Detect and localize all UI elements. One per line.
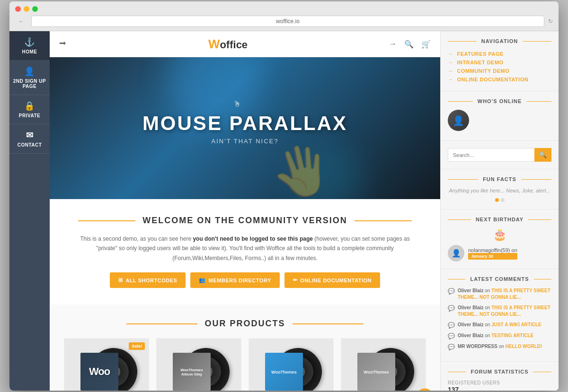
docs-button[interactable]: ✏ ONLINE DOCUMENTATION (284, 272, 380, 288)
birthday-avatar: 👤 (448, 245, 464, 261)
comments-title: LATEST COMMENTS (448, 276, 551, 282)
vinyl-4: WooThemes (357, 346, 409, 391)
stat-label-0: REGISTERED USERS (448, 380, 551, 385)
close-dot[interactable] (15, 6, 21, 12)
comment-bubble-icon-3: 💬 (448, 322, 455, 329)
right-sidebar: NAVIGATION FEATURES PAGE INTRANET DEMO C… (440, 31, 559, 391)
comment-2: 💬 Oliver Blaiz on THIS IS A PRETTY SWEET… (448, 305, 551, 318)
browser-dots (15, 6, 553, 12)
nav-section-title: NAVIGATION (448, 38, 551, 44)
login-icon[interactable]: ⮕ (59, 40, 67, 48)
comment-bubble-icon-1: 💬 (448, 288, 455, 295)
products-section: OUR PRODUCTS Sale! Woo (50, 305, 440, 391)
mail-icon: ✉ (26, 130, 34, 140)
comment-3: 💬 Oliver Blaiz on JUST A WIKI ARTICLE (448, 322, 551, 329)
sidebar-item-2nd-signup[interactable]: 👤 2ND SIGN UP PAGE (9, 61, 50, 95)
forward-icon[interactable]: → (389, 40, 397, 48)
cover-1: Woo (80, 353, 118, 391)
nav-link-docs[interactable]: ONLINE DOCUMENTATION (448, 75, 551, 84)
header-right-icons: → 🔍 🛒 (389, 40, 431, 49)
product-image-3: WooThemes (249, 339, 333, 391)
search-button[interactable]: 🔍 (534, 148, 551, 162)
products-title: OUR PRODUCTS (64, 319, 426, 329)
sidebar-navigation: NAVIGATION FEATURES PAGE INTRANET DEMO C… (441, 31, 559, 91)
left-sidebar: ⚓ HOME 👤 2ND SIGN UP PAGE 🔒 PRIVATE ✉ CO… (9, 31, 50, 391)
cover-2: WooThemes Album Stay (173, 353, 211, 391)
nav-link-community[interactable]: COMMUNITY DEMO (448, 67, 551, 75)
hero-title: MOUSE PARALLAX (142, 112, 347, 135)
product-image-1: Sale! Woo (64, 339, 149, 391)
birthday-name: nolanmagoffin(59) on (468, 247, 517, 253)
dot-2[interactable] (501, 198, 505, 202)
sidebar-item-private[interactable]: 🔒 PRIVATE (9, 95, 50, 124)
browser-chrome: ← woffice.io ↻ (9, 1, 559, 31)
sidebar-item-home-label: HOME (22, 49, 37, 54)
cart-icon[interactable]: 🛒 (421, 40, 431, 49)
search-icon[interactable]: 🔍 (404, 40, 414, 49)
cover-4: WooThemes (357, 353, 395, 391)
comment-4: 💬 Oliver Blaiz on TESTING ARTICLE (448, 332, 551, 340)
browser-toolbar: ← woffice.io ↻ (15, 16, 553, 31)
comment-text-2: Oliver Blaiz on THIS IS A PRETTY SWEET T… (458, 305, 551, 318)
anchor-icon: ⚓ (24, 37, 35, 47)
user-icon: 👤 (24, 66, 35, 77)
site-header: ⮕ Woffice → 🔍 🛒 (50, 31, 440, 57)
welcome-title: WELCOME ON THE COMMUNITY VERSION (78, 216, 412, 226)
hero-content: MOUSE PARALLAX AIN'T THAT NICE? (142, 112, 347, 145)
comment-text-5: MR WORDPRESS on HELLO WORLD! (458, 343, 542, 350)
maximize-dot[interactable] (32, 6, 38, 12)
products-grid: Sale! Woo WOO SINGLE #2 ★★★★★ (64, 338, 426, 391)
sidebar-comments: LATEST COMMENTS 💬 Oliver Blaiz on THIS I… (441, 269, 559, 362)
refresh-button[interactable]: ↻ (548, 18, 553, 25)
product-card-3[interactable]: WooThemes WOO SINGLE #1 ★★★★★ 3.00€ ADD … (248, 338, 334, 391)
dot-1[interactable] (495, 198, 499, 202)
nav-link-intranet[interactable]: INTRANET DEMO (448, 58, 551, 67)
comment-bubble-icon-5: 💬 (448, 344, 455, 350)
sidebar-fun-facts: FUN FACTS Anything you like here... News… (441, 169, 559, 209)
product-image-2: WooThemes Album Stay (157, 339, 241, 391)
shortcodes-button[interactable]: ⊞ ALL SHORTCODES (110, 272, 186, 288)
birthday-icon: 🎂 (448, 228, 551, 241)
browser-content: ⚓ HOME 👤 2ND SIGN UP PAGE 🔒 PRIVATE ✉ CO… (9, 31, 559, 391)
hero-hand-graphic: 🖐 (267, 139, 336, 199)
sidebar-item-2nd-signup-label: 2ND SIGN UP PAGE (12, 78, 47, 89)
forum-stats-title: FORUM STATISTICS (448, 369, 551, 375)
birthday-user: 👤 nolanmagoffin(59) on January 30 (448, 245, 551, 261)
nav-link-features[interactable]: FEATURES PAGE (448, 50, 551, 58)
vinyl-2: WooThemes Album Stay (173, 346, 225, 391)
fun-facts-text: Anything you like here... News, Joke, al… (448, 188, 551, 193)
birthday-date: January 30 (468, 253, 517, 260)
address-bar[interactable]: woffice.io (31, 16, 544, 27)
logo-office: office (220, 39, 248, 51)
action-buttons: ⊞ ALL SHORTCODES 👥 MEMBERS DIRECTORY ✏ O… (78, 272, 412, 288)
sidebar-item-contact[interactable]: ✉ CONTACT (9, 124, 50, 154)
back-button[interactable]: ← (15, 17, 27, 26)
hero-section: 🖐 🖱 MOUSE PARALLAX AIN'T THAT NICE? (50, 57, 440, 199)
browser-window: ← woffice.io ↻ ⚓ HOME 👤 2ND SIGN UP PAGE… (9, 1, 559, 391)
site-logo: Woffice (208, 37, 248, 52)
members-button[interactable]: 👥 MEMBERS DIRECTORY (190, 272, 279, 288)
mouse-icon: 🖱 (233, 100, 241, 108)
vinyl-3: WooThemes (265, 346, 317, 391)
sidebar-forum-stats: FORUM STATISTICS REGISTERED USERS 137 FO… (441, 362, 559, 391)
product-card-1[interactable]: Sale! Woo WOO SINGLE #2 ★★★★★ (64, 338, 149, 391)
stat-value-0: 137 (448, 386, 551, 391)
product-card-4[interactable]: WooThemes WOO ALBUM #3 ★★★★★ 9.00€ AD (341, 338, 426, 391)
cover-3: WooThemes (265, 353, 303, 391)
fun-facts-dots (448, 198, 551, 202)
birthday-title: NEXT BIRTHDAY (448, 217, 551, 222)
search-bar: 🔍 (448, 148, 551, 162)
sidebar-item-home[interactable]: ⚓ HOME (9, 31, 50, 61)
comment-text-4: Oliver Blaiz on TESTING ARTICLE (458, 332, 533, 339)
header-left-icons: ⮕ (59, 40, 67, 48)
search-input[interactable] (448, 148, 534, 162)
product-card-2[interactable]: WooThemes Album Stay WOO ALBUM #4 ★★★★★ … (156, 338, 241, 391)
welcome-text: This is a second demo, as you can see he… (80, 234, 411, 263)
vinyl-1: Woo (80, 346, 133, 391)
shortcodes-icon: ⊞ (118, 277, 123, 283)
docs-icon: ✏ (293, 277, 298, 283)
welcome-section: WELCOME ON THE COMMUNITY VERSION This is… (50, 199, 440, 305)
minimize-dot[interactable] (24, 6, 29, 12)
comment-bubble-icon-2: 💬 (448, 305, 455, 312)
comment-bubble-icon-4: 💬 (448, 333, 455, 340)
